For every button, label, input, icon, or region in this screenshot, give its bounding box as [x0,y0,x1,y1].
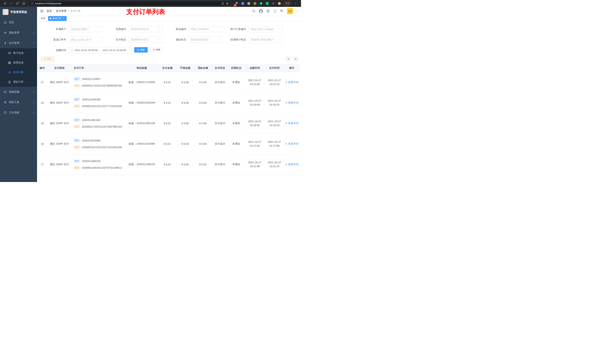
owner-merchant-input[interactable] [68,26,103,32]
cell-pay-time: 2021-10-2713:19:15 [265,99,284,107]
sidebar-item-refund-orders[interactable]: 退款订单 [0,77,37,87]
sidebar-item-system[interactable]: 系统管理 [0,28,37,38]
create-date: 2021-10-27 [244,78,265,82]
notify-status-select[interactable]: 请选择订单回调商户状态 [248,37,283,43]
cell-amount: ¥ 0.01 [159,142,176,145]
pay-status-select[interactable]: 请选择支付状态 [128,37,163,43]
close-icon[interactable]: × [62,17,65,20]
avatar[interactable] [287,8,293,14]
col-header: 支付金额 [159,66,176,70]
channel-code-select[interactable]: 请输入渠道编码 [188,26,223,32]
share-icon[interactable] [221,2,224,5]
cell-create-time: 2021-10-2713:18:02 [244,119,265,127]
bookmark-star-icon[interactable] [226,2,229,5]
extension-drop-icon[interactable] [241,1,245,6]
page-title-annotation: 支付订单列表 [126,7,165,16]
view-detail-link[interactable]: 查看详情 [285,122,298,125]
cell-fee: ¥ 0.00 [176,163,194,166]
toggle-search-button[interactable] [286,56,291,62]
pay-no: 4200001167202110271022491439 [82,146,122,149]
hamburger-icon[interactable] [40,9,44,13]
sidebar-item-payment[interactable]: 支付管理 [0,38,37,48]
extension-puzzle-icon[interactable]: 10 [235,1,239,6]
chevron-down-icon [158,28,160,30]
sidebar-item-label: 退款订单 [13,80,23,83]
view-detail-link[interactable]: 查看详情 [285,81,298,84]
browser-update-button[interactable]: 更新 [283,1,291,6]
extension-gray-icon[interactable] [247,1,251,6]
breadcrumb-pay-management[interactable]: 支付管理 [56,10,66,13]
action-label: 查看详情 [288,163,298,166]
avatar-caret-icon[interactable]: ▾ [297,10,298,12]
extension-chat-icon[interactable] [265,1,269,6]
browser-home-button[interactable] [21,1,26,6]
sidebar-menu: 首页 系统管理 支付管理 商户信息 应用信息 [0,17,37,118]
payment-submenu: 商户信息 应用信息 支付订单 退款订单 [0,48,37,87]
tab-home[interactable]: 首页 [39,16,47,21]
filter-label: 退款状态 [166,38,188,42]
view-detail-link[interactable]: 查看详情 [285,163,298,166]
extension-check-icon[interactable] [259,1,263,6]
pay-time: 13:11:15 [265,165,284,168]
create-time-range-picker[interactable]: 2021-10-01 00:00:00 - 2021-10-31 23:59:5… [68,47,131,53]
breadcrumb-home[interactable]: 首页 [47,10,52,13]
site-info-icon[interactable] [31,2,33,5]
filter-label: 支付状态 [107,38,128,42]
cell-channel: 微信 JSAPI 支付 [47,81,71,84]
url-bar[interactable]: localhost:1024/pay/order [29,1,231,6]
target-icon [8,71,11,74]
fullscreen-icon[interactable] [273,10,277,13]
pay-no: 4200001174202110278060590766 [82,84,122,87]
refresh-table-button[interactable] [293,56,298,62]
cell-notify: 未通知 [228,163,244,166]
gray-circle-icon [247,2,250,5]
sidebar-item-infra[interactable]: 基础设施 [0,87,37,97]
sidebar: 芋道管理系统 首页 系统管理 支付管理 商户信息 [0,7,37,182]
search-icon [285,102,288,104]
merchant-no: 1635311881440 [82,119,100,122]
export-button[interactable]: 导出 [41,56,54,62]
cell-status: 支付成功 [212,163,228,166]
table-row: 19 微信 JSAPI 支付 商户 1635311881440 支付 42000… [37,113,300,134]
sidebar-logo[interactable]: 芋道管理系统 [0,7,37,17]
view-detail-link[interactable]: 查看详情 [285,101,298,104]
sidebar-item-pay-orders[interactable]: 支付订单 [0,68,37,77]
extension-olive-icon[interactable] [253,1,257,6]
github-icon[interactable] [259,10,263,13]
browser-back-button[interactable] [2,1,7,6]
sidebar-item-workflow[interactable]: 工作流程 [0,107,37,118]
sidebar-item-label: 应用信息 [13,61,23,64]
filter-label: 商户订单编号 [226,28,248,31]
search-button[interactable]: 搜索 [134,47,148,52]
merchant-order-no-input[interactable] [248,26,283,32]
cell-notify: 未通知 [228,122,244,125]
font-size-icon[interactable]: TT [280,10,283,13]
cell-id: 19 [37,122,47,125]
browser-reload-button[interactable] [15,1,20,6]
channel-order-no-input[interactable] [68,37,103,43]
view-detail-link[interactable]: 查看详情 [285,142,298,146]
search-icon[interactable] [252,10,256,13]
refund-status-select[interactable]: 请选择退款状态 [188,37,223,43]
sidebar-item-merchant-info[interactable]: 商户信息 [0,48,37,58]
sidebar-item-app-info[interactable]: 应用信息 [0,58,37,68]
cell-order: 商户 1635311468233 支付 42000011942021102767… [71,159,125,170]
sidebar-item-dev-tools[interactable]: 研发工具 [0,97,37,107]
reset-button[interactable]: 重置 [150,47,163,52]
tab-pay-orders[interactable]: 支付订单 × [48,16,67,21]
cell-status: 支付成功 [212,101,228,104]
col-header: 创建时间 [244,66,265,70]
sidebar-item-home[interactable]: 首页 [0,17,37,28]
help-icon[interactable] [266,10,270,13]
cell-pay-time: 2021-10-2713:22:15 [265,78,284,86]
extension-pin-icon[interactable] [271,1,275,6]
browser-menu-icon[interactable]: ⋮ [294,2,298,5]
download-icon [44,58,46,60]
face-icon [278,2,281,5]
app-no-select[interactable]: 请选择应用信息 [128,26,163,32]
dashboard-gauge-icon [4,21,7,24]
olive-circle-icon [253,2,256,5]
extension-memoji-icon[interactable] [277,1,281,6]
merchant-tag: 商户 [74,118,80,122]
browser-forward-button[interactable] [9,1,14,6]
